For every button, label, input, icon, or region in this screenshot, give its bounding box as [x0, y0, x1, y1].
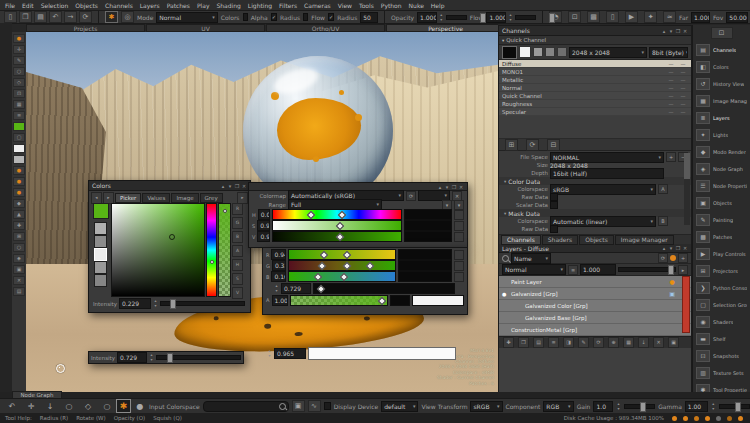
tool-icon[interactable]: ●: [13, 188, 25, 197]
projection-tool-icon[interactable]: ▯: [606, 11, 619, 23]
colorspace-b-button[interactable]: B: [658, 216, 668, 226]
current-color-swatch[interactable]: [93, 203, 109, 219]
palette-tab[interactable]: Objects: [579, 235, 614, 245]
curve-icon[interactable]: ∿: [308, 400, 321, 412]
colors-tab[interactable]: Grey: [200, 193, 223, 203]
dropdown-button[interactable]: ▾: [454, 200, 464, 210]
palette-dock-tab[interactable]: ▢ Selection Groups: [693, 296, 750, 313]
colors-palette-header[interactable]: Colors ▴▾❐✕: [89, 181, 250, 191]
hue-marker[interactable]: [210, 260, 214, 264]
palette-dock-tab[interactable]: ▤ Channels: [693, 41, 750, 58]
tool-icon[interactable]: ●: [13, 166, 25, 175]
window-control-icon[interactable]: ▾: [227, 183, 233, 189]
menu-item[interactable]: Filters: [279, 2, 297, 9]
bottom-tool-icon[interactable]: ○: [101, 401, 113, 412]
layer-action-icon[interactable]: ↓: [638, 337, 649, 348]
alpha-value-field[interactable]: 1.00: [272, 295, 289, 306]
value-field[interactable]: 0.965: [274, 348, 306, 359]
component-button[interactable]: G: [232, 217, 243, 229]
opacity-slider[interactable]: [446, 15, 467, 20]
ramp-tail[interactable]: [404, 231, 452, 242]
red-value-field[interactable]: 0.94: [271, 249, 286, 260]
colors-tab[interactable]: Image: [171, 193, 198, 203]
layer-row[interactable]: ConstructionMetal [Grp]: [499, 324, 691, 336]
palette-dock-tab[interactable]: ☰ Node Properties: [693, 177, 750, 194]
tool-icon[interactable]: ▦: [13, 100, 25, 109]
menu-item[interactable]: Play: [197, 2, 210, 9]
file-tool-icon[interactable]: ⟳: [79, 11, 92, 23]
saturation-ramp[interactable]: [272, 220, 402, 231]
tool-icon[interactable]: ▤: [13, 287, 25, 296]
alpha-slider[interactable]: [218, 203, 231, 297]
colorspace-dropdown[interactable]: sRGB▾: [550, 184, 656, 195]
layer-row[interactable]: Galvanized Base [Grp]: [499, 312, 691, 324]
radius-checkbox[interactable]: ✓: [271, 13, 277, 21]
menu-item[interactable]: Layers: [140, 2, 160, 9]
viewport-tab[interactable]: UV: [146, 24, 265, 32]
menu-item[interactable]: Lighting: [248, 2, 272, 9]
palette-dock-tab[interactable]: ⊞ Projectors: [693, 262, 750, 279]
paint-mode-dropdown[interactable]: Normal▾: [156, 12, 217, 23]
plus-button[interactable]: +: [666, 152, 676, 162]
palette-dock-tab[interactable]: ▣ Objects: [693, 194, 750, 211]
intensity-slider[interactable]: [156, 355, 241, 360]
tool-icon[interactable]: ⊞: [13, 232, 25, 241]
component-button[interactable]: A: [232, 245, 243, 257]
layer-amount-slider[interactable]: [618, 267, 676, 272]
ramp-option-button[interactable]: [454, 221, 464, 231]
tool-icon[interactable]: [13, 155, 25, 164]
display-device-dropdown[interactable]: default▾: [381, 401, 418, 412]
ramp-tail[interactable]: [398, 271, 452, 282]
component-dropdown[interactable]: RGB▾: [543, 401, 573, 412]
flow-field[interactable]: 1.000: [486, 12, 506, 23]
channel-row[interactable]: Specular — —: [499, 108, 691, 116]
ramp-option-button[interactable]: [454, 250, 464, 260]
radius-field[interactable]: 50: [360, 12, 378, 23]
layer-action-icon[interactable]: ▦: [623, 337, 634, 348]
component-button[interactable]: S: [232, 273, 243, 285]
cache-indicator-icon[interactable]: [670, 255, 676, 261]
colorspace-a-button[interactable]: A: [658, 184, 668, 194]
menu-item[interactable]: Selection: [41, 2, 69, 9]
sv-marker[interactable]: [169, 234, 175, 240]
layer-action-icon[interactable]: ≡: [548, 337, 559, 348]
refresh-icon[interactable]: ⟳: [406, 191, 416, 201]
palette-dock-tab[interactable]: ◧ Colors: [693, 58, 750, 75]
file-tool-icon[interactable]: →: [64, 11, 77, 23]
palette-dock-tab[interactable]: ≣ Layers: [693, 109, 750, 126]
component-button[interactable]: R: [232, 203, 243, 215]
more-icon[interactable]: ▸: [678, 265, 688, 275]
layer-action-icon[interactable]: ◨: [563, 337, 574, 348]
projection-tool-icon[interactable]: ▶: [625, 11, 638, 23]
menu-item[interactable]: Cameras: [304, 2, 331, 9]
channel-depth-dropdown[interactable]: 8bit (Byte)▾: [649, 47, 688, 58]
flow-stepper[interactable]: ▴▾: [509, 13, 512, 22]
bottom-tool-icon[interactable]: ✛: [25, 401, 37, 412]
lut-checkbox[interactable]: [324, 402, 331, 410]
intensity-stepper[interactable]: ▴▾: [153, 299, 158, 308]
palette-dock-tab[interactable]: ▥ Texture Sets: [693, 364, 750, 381]
hue-value-field[interactable]: 0.09: [258, 209, 270, 220]
tool-icon[interactable]: ●: [13, 177, 25, 186]
window-control-icon[interactable]: ❐: [675, 245, 681, 251]
input-colorspace-search[interactable]: [203, 401, 289, 412]
layer-action-icon[interactable]: ⟳: [593, 337, 604, 348]
saved-swatch[interactable]: [94, 248, 107, 261]
menu-item[interactable]: Patches: [167, 2, 190, 9]
channel-row[interactable]: Metallic — —: [499, 76, 691, 84]
gradient-handle[interactable]: [343, 251, 351, 259]
eraser-icon[interactable]: ◎: [121, 11, 134, 23]
tool-icon[interactable]: ◈: [13, 254, 25, 263]
ramp-option-button[interactable]: [454, 261, 464, 271]
palette-dock-tab[interactable]: ⊡ Snapshots: [693, 347, 750, 364]
intensity-stepper[interactable]: ▴▾: [274, 284, 279, 293]
palette-dock-tab[interactable]: ✦ Lights: [693, 126, 750, 143]
ramp-tail[interactable]: [398, 260, 452, 271]
gradient-handle[interactable]: [307, 211, 315, 219]
gradient-handle[interactable]: [317, 284, 325, 292]
tool-icon[interactable]: ▣: [13, 265, 25, 274]
ramp-option-button[interactable]: [454, 210, 464, 220]
colors-tab[interactable]: Picker: [115, 193, 141, 203]
value-ramp[interactable]: [272, 231, 402, 242]
layers-scrollbar[interactable]: [682, 276, 690, 333]
